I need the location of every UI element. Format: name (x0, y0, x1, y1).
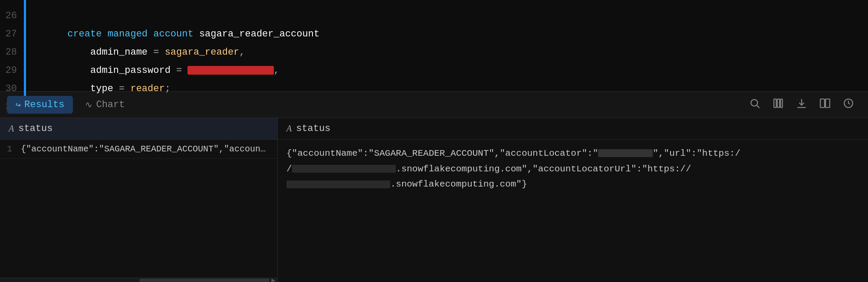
code-editor: 26 create managed account sagara_reader_… (0, 0, 868, 91)
detail-status-label: status (296, 123, 330, 134)
table-row: 1 {"accountName":"SAGARA_READER_ACCOUNT"… (0, 140, 277, 159)
clock-icon[interactable] (843, 98, 854, 112)
row-cell-1: {"accountName":"SAGARA_READER_ACCOUNT","… (17, 144, 269, 154)
detail-line1-suffix: ","url":"https:/ (653, 148, 740, 158)
results-panel: A status 1 {"accountName":"SAGARA_READER… (0, 118, 868, 282)
redacted-url-2 (286, 180, 390, 188)
detail-line2-suffix: .snowflakecomputing.com","accountLocator… (396, 164, 691, 174)
chart-tab-label: Chart (96, 99, 125, 110)
toolbar-icons (749, 98, 861, 112)
columns-icon[interactable] (773, 98, 784, 112)
table-panel: A status 1 {"accountName":"SAGARA_READER… (0, 118, 278, 282)
row-number-1: 1 (0, 144, 17, 154)
results-tab-arrow-icon: ↪ (16, 99, 21, 110)
scroll-thumb[interactable] (139, 279, 270, 282)
detail-column-type-icon: A (286, 124, 292, 134)
results-tab[interactable]: ↪ Results (7, 96, 73, 114)
code-line-29: 29 type = reader; (0, 55, 868, 73)
detail-line1-prefix: {"accountName":"SAGARA_READER_ACCOUNT","… (286, 148, 598, 158)
column-type-icon: A (9, 124, 14, 134)
redacted-url-1 (292, 165, 396, 173)
table-body: 1 {"accountName":"SAGARA_READER_ACCOUNT"… (0, 140, 277, 278)
svg-rect-3 (777, 99, 779, 108)
chart-tab-icon: ∿ (85, 99, 92, 110)
status-column-header: status (18, 123, 53, 134)
line-gutter-30 (24, 73, 26, 91)
detail-panel: A status {"accountName":"SAGARA_READER_A… (278, 118, 868, 282)
svg-rect-2 (774, 99, 776, 108)
detail-body: {"accountName":"SAGARA_READER_ACCOUNT","… (278, 140, 868, 282)
svg-line-1 (757, 105, 760, 108)
scroll-arrow-icon[interactable]: ▶ (271, 276, 276, 282)
code-line-27: 27 admin_name = sagara_reader, (0, 18, 868, 36)
code-line-30: 30 (0, 73, 868, 91)
code-line-26: 26 create managed account sagara_reader_… (0, 0, 868, 18)
search-icon[interactable] (749, 98, 760, 112)
detail-header: A status (278, 118, 868, 140)
detail-line2-prefix: / (286, 164, 292, 174)
code-line-28: 28 admin_password = , (0, 36, 868, 55)
table-scrollbar[interactable]: ▶ (0, 278, 277, 282)
svg-rect-7 (825, 99, 830, 108)
download-icon[interactable] (796, 98, 807, 112)
svg-rect-4 (780, 99, 782, 108)
table-header: A status (0, 118, 277, 140)
redacted-account-locator (598, 149, 653, 157)
tab-bar-left: ↪ Results ∿ Chart (7, 96, 133, 114)
svg-rect-6 (820, 99, 825, 108)
results-tab-label: Results (24, 99, 64, 110)
split-view-icon[interactable] (819, 98, 831, 112)
chart-tab[interactable]: ∿ Chart (76, 96, 133, 114)
detail-line3-suffix: .snowflakecomputing.com"} (390, 179, 527, 189)
svg-point-0 (751, 99, 757, 106)
